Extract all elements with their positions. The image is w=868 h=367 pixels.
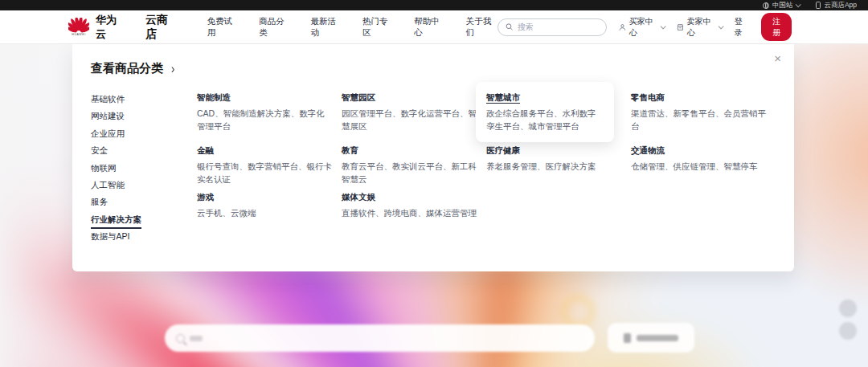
hero-ring-decoration <box>561 295 595 328</box>
brand-link[interactable]: HUAWEI 华为云 云商店 <box>68 13 175 42</box>
group-items[interactable]: 银行号查询、数字营销平台、银行卡实名认证 <box>197 161 332 186</box>
group-title[interactable]: 媒体文娱 <box>342 192 375 203</box>
sidebar-item-enterprise-apps[interactable]: 企业应用 <box>91 128 141 145</box>
nav-right: 买家中心 卖家中心 登录 注册 <box>497 13 792 41</box>
category-sidebar: 基础软件 网站建设 企业应用 安全 物联网 人工智能 服务 行业解决方案 数据与… <box>91 94 141 249</box>
group-retail-ecommerce: 零售电商 渠道雷达、新零售平台、会员营销平台 <box>631 89 766 142</box>
group-title[interactable]: 交通物流 <box>631 145 665 157</box>
hero-search-bar-blurred[interactable] <box>165 324 595 352</box>
group-title[interactable]: 医疗健康 <box>486 145 520 157</box>
search-input[interactable] <box>518 22 599 31</box>
group-items[interactable]: 养老服务管理、医疗解决方案 <box>486 161 621 173</box>
search-icon <box>506 22 514 31</box>
login-link[interactable]: 登录 <box>735 16 749 39</box>
search-icon <box>176 334 185 343</box>
group-items[interactable]: 云手机、云微端 <box>197 207 332 220</box>
group-items[interactable]: 政企综合服务平台、水利数字孪生平台、城市管理平台 <box>486 108 604 133</box>
sidebar-item-website-building[interactable]: 网站建设 <box>91 111 141 128</box>
sidebar-item-ai[interactable]: 人工智能 <box>91 180 141 197</box>
chevron-right-icon: › <box>171 61 174 77</box>
chevron-down-icon <box>796 2 801 7</box>
store-app-label: 云商店App <box>824 1 857 10</box>
sidebar-item-basic-software[interactable]: 基础软件 <box>91 94 141 111</box>
group-title[interactable]: 游戏 <box>197 192 214 203</box>
cloud-store-name: 云商店 <box>145 13 175 42</box>
hero-button-icon-blob <box>624 333 631 343</box>
sidebar-item-industry-solutions[interactable]: 行业解决方案 <box>91 214 141 231</box>
chevron-down-icon <box>719 23 724 29</box>
nav-item-about-us[interactable]: 关于我们 <box>465 5 497 50</box>
group-items[interactable]: 园区管理平台、数字化运营平台、智慧展区 <box>342 108 477 133</box>
buyer-center-label: 买家中心 <box>629 16 658 39</box>
phone-icon <box>816 2 821 9</box>
buyer-center-link[interactable]: 买家中心 <box>619 16 665 39</box>
panel-title-text: 查看商品分类 <box>91 61 163 76</box>
floating-button[interactable] <box>839 300 857 317</box>
nav-item-free-trial[interactable]: 免费试用 <box>206 5 239 50</box>
seller-center-label: 卖家中心 <box>687 16 716 39</box>
group-education: 教育 教育云平台、教实训云平台、新工科智慧云 <box>342 142 477 189</box>
category-mega-menu: × 查看商品分类 › 基础软件 网站建设 企业应用 安全 物联网 人工智能 服务… <box>72 44 794 271</box>
group-title[interactable]: 智慧园区 <box>342 92 375 104</box>
sidebar-item-iot[interactable]: 物联网 <box>91 163 141 180</box>
group-items[interactable]: 教育云平台、教实训云平台、新工科智慧云 <box>342 161 477 186</box>
group-title[interactable]: 金融 <box>197 145 214 157</box>
group-gaming: 游戏 云手机、云微端 <box>197 189 332 220</box>
group-finance: 金融 银行号查询、数字营销平台、银行卡实名认证 <box>197 142 332 189</box>
group-items[interactable]: CAD、智能制造解决方案、数字化管理平台 <box>197 108 332 133</box>
group-title[interactable]: 教育 <box>342 145 358 157</box>
hero-button-label-blob <box>637 335 678 341</box>
group-healthcare: 医疗健康 养老服务管理、医疗解决方案 <box>486 142 621 189</box>
huawei-cloud-name: 华为云 <box>96 13 123 42</box>
main-nav: HUAWEI 华为云 云商店 免费试用 商品分类 最新活动 热门专区 帮助中心 … <box>0 10 868 44</box>
group-smart-campus: 智慧园区 园区管理平台、数字化运营平台、智慧展区 <box>342 89 477 142</box>
group-items[interactable]: 渠道雷达、新零售平台、会员营销平台 <box>631 108 766 133</box>
nav-item-activities[interactable]: 最新活动 <box>309 5 342 50</box>
group-transport-logistics: 交通物流 仓储管理、供应链管理、智慧停车 <box>631 142 766 189</box>
close-icon[interactable]: × <box>774 52 781 64</box>
sidebar-item-security[interactable]: 安全 <box>91 145 141 162</box>
group-items[interactable]: 仓储管理、供应链管理、智慧停车 <box>631 161 766 173</box>
huawei-logo: HUAWEI <box>68 18 89 36</box>
shop-icon <box>677 23 684 31</box>
page: 中国站 云商店App <box>0 0 868 367</box>
huawei-flower-icon <box>68 18 89 34</box>
group-items[interactable]: 直播软件、跨境电商、媒体运营管理 <box>342 207 477 220</box>
register-button[interactable]: 注册 <box>761 13 792 41</box>
group-title[interactable]: 智慧城市 <box>486 92 520 104</box>
nav-menu: 免费试用 商品分类 最新活动 热门专区 帮助中心 关于我们 <box>206 5 497 50</box>
seller-center-link[interactable]: 卖家中心 <box>677 16 723 39</box>
group-smart-manufacturing: 智能制造 CAD、智能制造解决方案、数字化管理平台 <box>197 89 332 142</box>
group-title[interactable]: 智能制造 <box>197 92 231 104</box>
floating-toolbar <box>839 300 857 340</box>
globe-icon <box>763 2 769 9</box>
group-title[interactable]: 零售电商 <box>631 92 665 104</box>
group-smart-city-highlighted: 智慧城市 政企综合服务平台、水利数字孪生平台、城市管理平台 <box>476 82 614 142</box>
region-label: 中国站 <box>772 1 793 10</box>
nav-search[interactable] <box>497 18 607 36</box>
hero-search-hint-blob <box>190 336 203 341</box>
nav-item-hot-zones[interactable]: 热门专区 <box>361 5 394 50</box>
huawei-wordmark: HUAWEI <box>72 33 85 36</box>
sidebar-item-services[interactable]: 服务 <box>91 197 141 214</box>
category-groups: 智能制造 CAD、智能制造解决方案、数字化管理平台 智慧园区 园区管理平台、数字… <box>197 89 776 220</box>
floating-button[interactable] <box>839 322 857 340</box>
region-selector[interactable]: 中国站 <box>763 1 800 10</box>
store-app-link[interactable]: 云商店App <box>816 1 857 10</box>
nav-item-categories[interactable]: 商品分类 <box>257 5 290 50</box>
nav-item-help-center[interactable]: 帮助中心 <box>412 5 445 50</box>
hero-action-button-blurred[interactable] <box>608 323 694 353</box>
view-categories-link[interactable]: 查看商品分类 › <box>91 61 174 76</box>
person-icon <box>619 23 626 31</box>
chevron-down-icon <box>661 23 666 29</box>
group-media-entertainment: 媒体文娱 直播软件、跨境电商、媒体运营管理 <box>342 189 477 220</box>
sidebar-item-data-api[interactable]: 数据与API <box>91 231 141 248</box>
